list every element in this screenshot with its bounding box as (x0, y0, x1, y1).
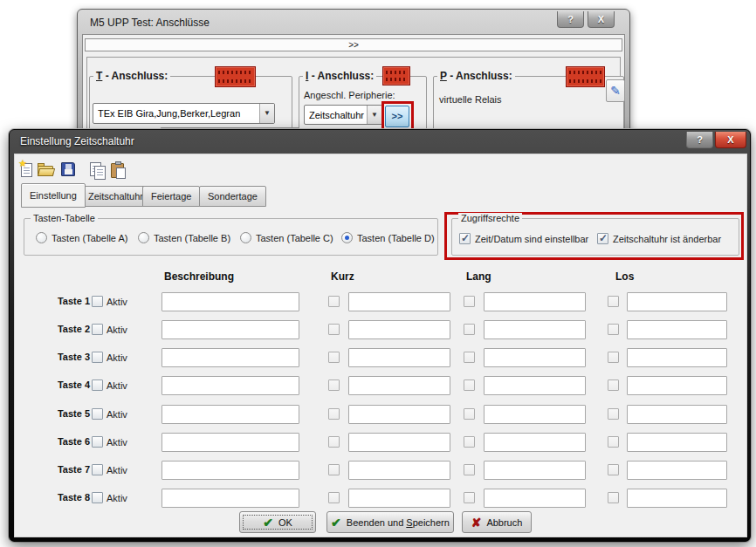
lang-input[interactable] (484, 320, 586, 339)
lang-checkbox[interactable] (464, 492, 475, 503)
beschreibung-input[interactable] (162, 405, 299, 424)
aktiv-checkbox[interactable] (92, 324, 103, 335)
chevron-down-icon: ▼ (367, 106, 381, 124)
lang-input[interactable] (484, 348, 586, 367)
aktiv-checkbox[interactable] (92, 464, 103, 475)
edit-button[interactable]: ✎ (606, 79, 625, 102)
kurz-checkbox[interactable] (328, 408, 340, 420)
kurz-input[interactable] (348, 292, 450, 311)
kurz-checkbox[interactable] (328, 324, 340, 335)
beschreibung-input[interactable] (162, 461, 299, 480)
kurz-checkbox[interactable] (328, 436, 340, 448)
beschreibung-input[interactable] (162, 376, 299, 395)
kurz-checkbox[interactable] (328, 464, 340, 475)
aktiv-checkbox[interactable] (92, 352, 103, 363)
kurz-checkbox[interactable] (328, 492, 340, 503)
lang-checkbox[interactable] (464, 352, 475, 363)
lang-checkbox[interactable] (464, 296, 475, 307)
peripherie-dropdown[interactable]: Zeitschaltuhr ▼ (304, 105, 382, 125)
kurz-input[interactable] (348, 461, 450, 480)
los-checkbox[interactable] (608, 324, 619, 335)
new-file-button[interactable]: ★ (17, 161, 37, 180)
los-checkbox[interactable] (608, 492, 619, 503)
close-button[interactable]: X (588, 11, 615, 28)
kurz-input[interactable] (348, 376, 450, 395)
radio-tabelle-c[interactable] (240, 232, 251, 243)
tab-feiertage[interactable]: Feiertage (142, 186, 200, 207)
los-checkbox[interactable] (608, 436, 619, 448)
help-button[interactable]: ? (686, 132, 713, 148)
radio-tabelle-a[interactable] (36, 232, 47, 243)
t-anschluss-caption: T - Anschluss: (93, 70, 170, 82)
aktiv-checkbox[interactable] (92, 408, 103, 420)
tab-sondertage[interactable]: Sondertage (199, 186, 266, 207)
t-device-dropdown[interactable]: TEx EIB Gira,Jung,Berker,Legran ▼ (93, 103, 275, 124)
lang-input[interactable] (484, 461, 586, 480)
ok-button[interactable]: ✔ OK (239, 511, 316, 533)
beschreibung-input[interactable] (162, 433, 299, 452)
los-checkbox[interactable] (608, 379, 619, 391)
dialog-einstellung-zeitschaltuhr: Einstellung Zeitschaltuhr ? X ★ (9, 129, 751, 542)
los-checkbox[interactable] (608, 352, 619, 363)
kurz-input[interactable] (348, 489, 450, 508)
tab-zeitschaltuhr[interactable]: Zeitschaltuhr (79, 186, 152, 207)
los-input[interactable] (627, 405, 727, 424)
beschreibung-input[interactable] (162, 292, 299, 311)
kurz-input[interactable] (348, 433, 450, 452)
beschreibung-input[interactable] (162, 348, 299, 367)
kurz-checkbox[interactable] (328, 296, 340, 307)
collapse-expander-button[interactable]: >> (85, 38, 622, 51)
aktiv-checkbox[interactable] (92, 379, 103, 391)
lang-input[interactable] (484, 433, 586, 452)
kurz-input[interactable] (348, 320, 450, 339)
save-file-button[interactable] (59, 161, 79, 180)
beschreibung-input[interactable] (162, 320, 299, 339)
los-input[interactable] (627, 376, 727, 395)
lang-checkbox[interactable] (464, 324, 475, 335)
beschreibung-input[interactable] (162, 489, 299, 508)
lang-checkbox[interactable] (464, 436, 475, 448)
los-input[interactable] (627, 348, 727, 367)
los-input[interactable] (627, 433, 727, 452)
close-button[interactable]: X (715, 132, 746, 148)
lang-checkbox[interactable] (464, 408, 475, 420)
kurz-input[interactable] (348, 405, 450, 424)
kurz-checkbox[interactable] (328, 352, 340, 363)
aktiv-checkbox[interactable] (92, 436, 103, 448)
cross-icon: ✘ (471, 516, 482, 529)
los-input[interactable] (627, 461, 727, 480)
lang-checkbox[interactable] (464, 379, 475, 391)
los-checkbox[interactable] (608, 296, 619, 307)
radio-tabelle-b[interactable] (138, 232, 149, 243)
copy-button[interactable] (89, 161, 108, 180)
open-file-button[interactable] (38, 161, 57, 180)
cancel-button[interactable]: ✘ Abbruch (462, 511, 532, 533)
kurz-checkbox[interactable] (328, 379, 340, 391)
radio-tabelle-d[interactable] (341, 232, 353, 243)
lang-input[interactable] (484, 292, 586, 311)
los-input[interactable] (627, 320, 727, 339)
row-label: Taste 6 (48, 436, 90, 447)
help-button[interactable]: ? (557, 11, 584, 28)
aktiv-checkbox[interactable] (92, 296, 103, 307)
paste-button[interactable] (109, 161, 128, 180)
los-input[interactable] (627, 489, 727, 508)
los-input[interactable] (627, 292, 727, 311)
tab-einstellung[interactable]: Einstellung (21, 183, 86, 208)
lang-input[interactable] (484, 489, 586, 508)
lang-input[interactable] (484, 376, 586, 395)
checkbox-aenderbar-label: Zeitschaltuhr ist änderbar (613, 234, 721, 244)
los-checkbox[interactable] (608, 464, 619, 475)
lang-input[interactable] (484, 405, 586, 424)
aktiv-checkbox[interactable] (92, 492, 103, 503)
los-checkbox[interactable] (608, 408, 619, 420)
checkbox-zeit-datum[interactable] (459, 233, 471, 244)
open-settings-button[interactable]: >> (385, 106, 409, 127)
zugriffsrechte-caption: Zugriffsrechte (458, 213, 522, 223)
row-label: Taste 1 (48, 296, 90, 306)
radio-tabelle-a-label: Tasten (Tabelle A) (52, 233, 127, 243)
kurz-input[interactable] (348, 348, 450, 367)
checkbox-aenderbar[interactable] (597, 233, 608, 244)
save-and-exit-button[interactable]: ✔ Beenden und Speichern (326, 511, 454, 533)
lang-checkbox[interactable] (464, 464, 475, 475)
